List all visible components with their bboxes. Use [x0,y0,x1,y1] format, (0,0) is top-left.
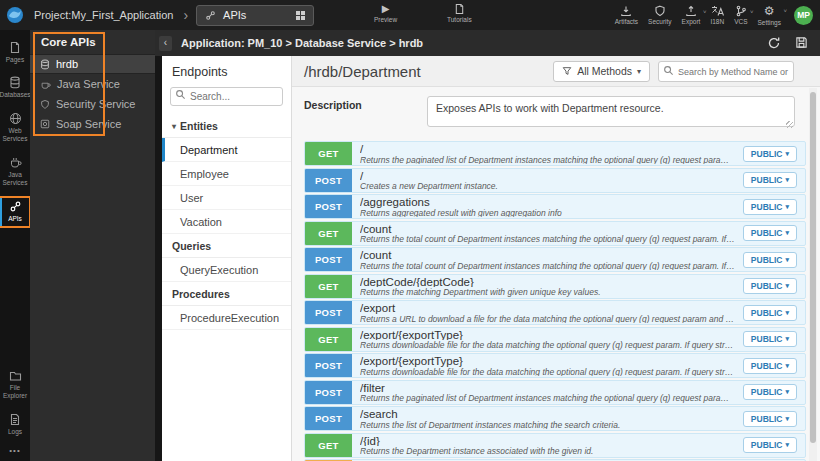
scrollbar-thumb[interactable] [810,92,816,443]
core-apis-title: Core APIs [30,30,155,54]
api-row[interactable]: GET / Returns the paginated list of Depa… [304,141,806,166]
sidebar-item-file-explorer[interactable]: File Explorer [1,368,29,404]
api-row[interactable]: POST /export Returns a URL to download a… [304,300,806,325]
api-description: Returns the paginated list of Department… [360,155,735,164]
endpoints-search-input[interactable] [170,87,283,106]
sidebar-item-java-services[interactable]: Java Services [1,154,29,191]
section-header[interactable]: ▾ Queries [162,234,291,258]
endpoint-item[interactable]: QueryExecution [162,258,291,282]
artifacts-button[interactable]: Artifacts [615,5,638,25]
globe-icon [9,112,22,125]
shield-icon [40,99,50,110]
sidebar-item-databases[interactable]: Databases [1,74,29,102]
search-icon [175,89,186,100]
endpoints-sections: ▾ Entities Department Employee User Vaca… [162,114,291,330]
security-button[interactable]: Security [648,5,671,25]
endpoints-title: Endpoints [162,56,291,86]
section-header[interactable]: ▾ Procedures [162,282,291,306]
translate-icon [711,5,724,17]
api-path: /aggregations [360,196,735,208]
endpoint-item[interactable]: User [162,186,291,210]
tab-label: APIs [223,9,246,21]
chevron-down-icon: ˅ [703,9,707,15]
left-icon-rail: Pages Databases Web Services Java Servic… [0,30,30,461]
api-description: Returns a URL to download a file for the… [360,314,735,323]
collapse-panel-button[interactable]: ‹ [159,36,172,51]
chevron-down-icon: ▾ [785,176,789,184]
description-textarea[interactable]: Exposes APIs to work with Department res… [427,96,795,127]
method-badge: POST [305,248,352,271]
api-row[interactable]: POST /search Returns the list of Departm… [304,406,806,431]
core-api-item-security-service[interactable]: Security Service [30,94,155,114]
resize-handle[interactable] [786,121,793,128]
chevron-down-icon: ▾ [785,229,789,237]
endpoint-item[interactable]: Department [162,138,291,162]
endpoint-item[interactable]: Employee [162,162,291,186]
chevron-down-icon: ˅ [750,9,754,15]
chevron-down-icon: ▾ [785,256,789,264]
i18n-button[interactable]: I18N [710,5,724,25]
access-dropdown[interactable]: PUBLIC ▾ [743,225,797,241]
export-button[interactable]: ˅ Export [682,5,701,25]
endpoint-item[interactable]: ProcedureExecution [162,306,291,330]
method-badge: GET [305,222,352,245]
project-name[interactable]: Project:My_First_Application [34,9,173,21]
api-row[interactable]: GET /{id} Returns the Department instanc… [304,433,806,458]
api-row[interactable]: POST / Creates a new Department instance… [304,168,806,193]
api-row[interactable]: POST /filter Returns the paginated list … [304,380,806,405]
access-dropdown[interactable]: PUBLIC ▾ [743,146,797,162]
access-dropdown[interactable]: PUBLIC ▾ [743,331,797,347]
methods-filter-dropdown[interactable]: All Methods ▾ [553,61,650,82]
api-icon [205,10,216,21]
access-dropdown[interactable]: PUBLIC ▾ [743,252,797,268]
api-row[interactable]: GET /export/{exportType} Returns downloa… [304,327,806,352]
endpoint-item[interactable]: Vacation [162,210,291,234]
tab-apis[interactable]: APIs [196,5,314,26]
tutorials-button[interactable]: Tutorials [447,3,472,23]
folder-icon [9,370,22,382]
access-dropdown[interactable]: PUBLIC ▾ [743,305,797,321]
chevron-down-icon: ▾ [785,309,789,317]
method-search-input[interactable] [658,61,794,82]
access-dropdown[interactable]: PUBLIC ▾ [743,278,797,294]
api-row[interactable]: GET /deptCode/{deptCode} Returns the mat… [304,274,806,299]
section-header[interactable]: ▾ Entities [162,114,291,138]
api-row[interactable]: POST /export/{exportType} Returns downlo… [304,353,806,378]
core-api-item-java-service[interactable]: Java Service [30,74,155,94]
more-button[interactable]: ••• [9,446,20,455]
play-icon: ▶ [382,3,390,15]
core-api-item-soap-service[interactable]: Soap Service [30,114,155,134]
access-dropdown[interactable]: PUBLIC ▾ [743,384,797,400]
save-icon[interactable] [795,36,808,49]
grid-icon[interactable] [296,11,305,20]
settings-button[interactable]: ˅ ⚙ Settings [758,4,782,26]
vcs-button[interactable]: ˅ VCS [734,5,747,25]
vertical-scrollbar[interactable] [809,88,817,461]
chevron-down-icon: ▾ [785,335,789,343]
access-dropdown[interactable]: PUBLIC ▾ [743,437,797,453]
method-badge: POST [305,354,352,377]
sidebar-item-web-services[interactable]: Web Services [1,110,29,147]
sidebar-item-apis[interactable]: APIs [1,198,29,226]
api-row[interactable]: POST /aggregations Returns aggregated re… [304,194,806,219]
sidebar-item-pages[interactable]: Pages [1,39,29,67]
core-api-item-hrdb[interactable]: hrdb [30,54,155,74]
endpoints-section: ▾ Queries QueryExecution [162,234,291,282]
preview-button[interactable]: ▶ Preview [374,3,397,23]
api-row[interactable]: POST /count Returns the total count of D… [304,247,806,272]
access-dropdown[interactable]: PUBLIC ▾ [743,172,797,188]
api-path: /count [360,249,735,261]
breadcrumb-bar: ‹ Application: PM_10 > Database Service … [155,30,820,56]
access-dropdown[interactable]: PUBLIC ▾ [743,411,797,427]
user-avatar[interactable]: MP [794,6,813,25]
api-path: /export/{exportType} [360,329,735,341]
access-dropdown[interactable]: PUBLIC ▾ [743,199,797,215]
chevron-right-icon: › [183,7,188,23]
app-logo[interactable] [0,0,30,30]
api-path: / [360,143,735,155]
api-row[interactable]: GET /count Returns the total count of De… [304,221,806,246]
access-dropdown[interactable]: PUBLIC ▾ [743,358,797,374]
shield-icon [654,5,666,17]
sidebar-item-logs[interactable]: Logs [1,411,29,439]
refresh-icon[interactable] [767,36,781,50]
